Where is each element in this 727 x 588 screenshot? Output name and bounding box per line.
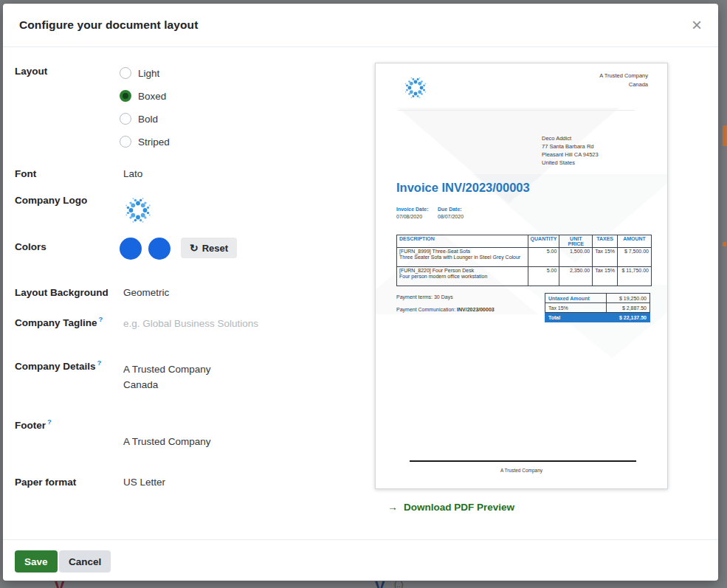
help-icon: ? (47, 418, 52, 426)
help-icon: ? (99, 315, 103, 323)
company-tagline-input[interactable]: e.g. Global Business Solutions (123, 318, 258, 329)
total-row: Total $ 22,137.50 (545, 313, 650, 322)
preview-header-divider (398, 110, 635, 111)
table-row: [FURN_8220] Four Person Desk Four person… (397, 267, 652, 286)
payment-terms: Payment terms: 30 Days (396, 294, 453, 300)
radio-striped[interactable]: Striped (120, 134, 170, 149)
payment-communication: Payment Communication: INV/2023/00003 (396, 307, 495, 312)
customer-address: Deco Addict 77 Santa Barbara Rd Pleasant… (542, 134, 599, 167)
radio-boxed[interactable]: Boxed (120, 89, 166, 103)
cancel-button[interactable]: Cancel (59, 550, 111, 573)
preview-footer-divider (410, 460, 636, 462)
paper-format-select[interactable]: US Letter (123, 477, 165, 488)
radio-icon[interactable] (120, 136, 131, 148)
company-logo-icon (123, 196, 153, 225)
invoice-date-value: 07/08/2020 (396, 214, 422, 219)
radio-icon[interactable] (120, 113, 131, 125)
save-button[interactable]: Save (15, 550, 58, 573)
company-tagline-label: Company Tagline? (15, 315, 103, 328)
company-logo-upload[interactable] (123, 196, 153, 227)
radio-checked-icon[interactable] (120, 90, 131, 102)
untaxed-row: Untaxed Amount $ 19,250.00 (545, 294, 650, 303)
table-row: [FURN_8999] Three-Seat Sofa Three Seater… (397, 248, 652, 267)
invoice-preview: A Trusted Company Canada Deco Addict 77 … (375, 63, 668, 489)
arrow-right-icon: → (387, 501, 398, 513)
layout-background-select[interactable]: Geometric (123, 287, 169, 298)
preview-company-block: A Trusted Company Canada (599, 72, 648, 89)
download-pdf-preview-link[interactable]: → Download PDF Preview (387, 501, 514, 513)
invoice-title: Invoice INV/2023/00003 (396, 181, 530, 195)
help-icon: ? (97, 359, 102, 367)
primary-color-picker[interactable] (120, 238, 142, 260)
dialog-title: Configure your document layout (19, 18, 198, 32)
layout-label: Layout (15, 66, 47, 77)
dialog-header: Configure your document layout × (3, 4, 718, 47)
company-details-label: Company Details? (15, 359, 101, 372)
reset-icon: ↻ (190, 243, 199, 253)
reset-label: Reset (202, 243, 228, 254)
radio-boxed-label: Boxed (138, 91, 166, 102)
radio-icon[interactable] (120, 67, 131, 79)
invoice-date-label: Invoice Date: (396, 207, 429, 212)
col-taxes: TAXES (593, 235, 618, 248)
dialog-footer: Save Cancel (3, 539, 718, 581)
preview-company-logo-icon (403, 75, 428, 100)
background-text-fragment: (..) (394, 581, 403, 588)
font-label: Font (15, 168, 36, 179)
col-amount: AMOUNT (618, 235, 652, 248)
invoice-totals-table: Untaxed Amount $ 19,250.00 Tax 15% $ 2,8… (545, 293, 650, 322)
col-unit-price: UNIT PRICE (559, 235, 593, 248)
company-logo-label: Company Logo (15, 195, 87, 206)
paper-format-label: Paper format (15, 477, 76, 488)
col-description: DESCRIPTION (397, 235, 528, 248)
document-layout-dialog: Configure your document layout × Layout … (3, 4, 718, 581)
colors-label: Colors (15, 241, 46, 252)
reset-colors-button[interactable]: ↻ Reset (181, 238, 237, 258)
tax-row: Tax 15% $ 2,887.50 (545, 303, 650, 313)
invoice-lines-table: DESCRIPTION QUANTITY UNIT PRICE TAXES AM… (396, 235, 652, 286)
preview-footer-text: A Trusted Company (376, 468, 667, 473)
due-date-value: 08/07/2020 (438, 214, 464, 219)
company-details-input[interactable]: A Trusted Company Canada (123, 362, 211, 392)
radio-light[interactable]: Light (120, 66, 159, 80)
font-select[interactable]: Lato (123, 168, 142, 179)
radio-light-label: Light (138, 68, 159, 79)
background-artifact (723, 242, 726, 246)
due-date-label: Due Date: (438, 207, 462, 212)
background-artifact (723, 125, 727, 146)
radio-bold-label: Bold (138, 114, 158, 125)
col-quantity: QUANTITY (528, 235, 559, 248)
radio-striped-label: Striped (138, 136, 170, 148)
footer-label: Footer? (15, 418, 52, 431)
radio-bold[interactable]: Bold (120, 111, 158, 126)
footer-input[interactable]: A Trusted Company (123, 436, 211, 447)
secondary-color-picker[interactable] (148, 238, 170, 260)
layout-background-label: Layout Background (15, 287, 108, 298)
close-icon[interactable]: × (692, 16, 702, 34)
